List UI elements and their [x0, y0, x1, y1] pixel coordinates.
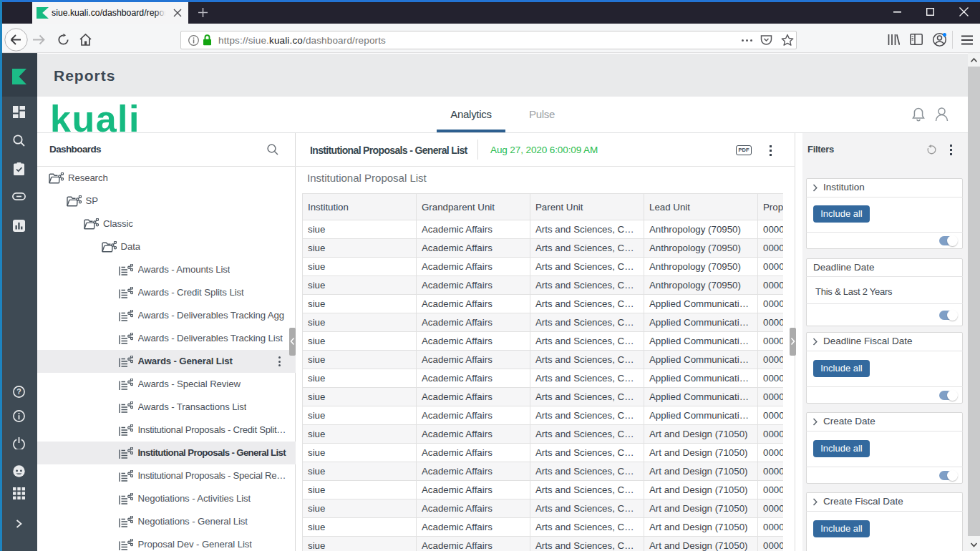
svg-text:?: ? [16, 387, 21, 396]
